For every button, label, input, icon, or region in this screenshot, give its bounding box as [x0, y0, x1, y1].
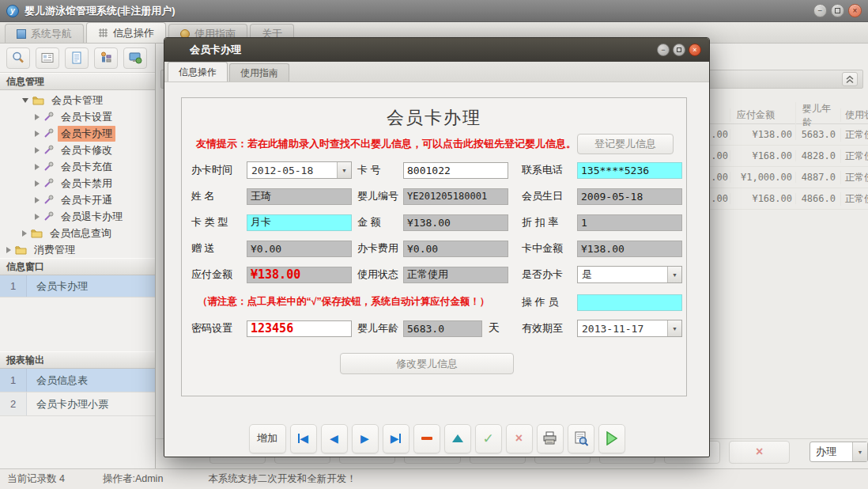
payable-field[interactable]: ¥138.00: [247, 267, 352, 283]
dropdown-button[interactable]: ▼: [667, 320, 681, 336]
baby-age-field[interactable]: 5683.0: [403, 320, 482, 337]
next-record-button[interactable]: ▶: [352, 424, 379, 453]
amount-field[interactable]: ¥138.00: [403, 214, 508, 231]
document-icon: [70, 51, 84, 65]
is-card-combo[interactable]: 是 ▼: [577, 266, 682, 283]
card-balance-field[interactable]: ¥138.00: [577, 241, 682, 257]
expand-right-icon: [22, 230, 27, 237]
is-card-value: 是: [578, 267, 667, 282]
report-row-card-receipt[interactable]: 2 会员卡办理小票: [0, 392, 155, 416]
birthday-field[interactable]: 2009-05-18: [577, 188, 682, 205]
dropdown-button[interactable]: ▼: [852, 442, 867, 461]
card-view-button[interactable]: [36, 47, 59, 69]
tree-folder-card-mgmt[interactable]: 会员卡管理: [0, 92, 155, 108]
table-row[interactable]: .00 ¥168.00 4828.0 正常使: [694, 146, 868, 167]
status-field[interactable]: 正常使用: [403, 267, 508, 283]
print-button[interactable]: [537, 424, 564, 453]
dialog-titlebar[interactable]: 会员卡办理 − ×: [164, 38, 709, 62]
card-time-value: 2012-05-18: [247, 165, 337, 176]
tree-item-card-refund[interactable]: 会员退卡办理: [0, 208, 155, 225]
section-header-info-mgmt: 信息管理: [0, 73, 155, 90]
tree-item-card-process[interactable]: 会员卡办理: [0, 125, 155, 142]
name-label: 姓 名: [191, 189, 247, 203]
tree-item-card-recharge[interactable]: 会员卡充值: [0, 158, 155, 175]
dialog-tab-info-operation[interactable]: 信息操作: [168, 62, 228, 82]
wand-icon: [43, 161, 54, 172]
dropdown-button[interactable]: ▼: [337, 162, 351, 178]
name-field[interactable]: 王琦: [247, 188, 352, 205]
maximize-button[interactable]: [831, 4, 844, 17]
search-button[interactable]: [6, 47, 30, 69]
tab-info-operation[interactable]: 信息操作: [86, 22, 166, 43]
wand-icon: [43, 112, 54, 122]
collapse-panel-button[interactable]: [842, 72, 858, 86]
add-button[interactable]: 增加: [249, 424, 286, 453]
prev-record-button[interactable]: ◀: [321, 424, 348, 453]
tree-item-card-setup[interactable]: 会员卡设置: [0, 108, 155, 125]
minimize-icon: −: [818, 7, 823, 15]
printer-icon: [542, 431, 558, 445]
status-message: 本系统支持二次开发和全新开发！: [208, 472, 357, 486]
nav-tree: 会员卡管理 会员卡设置 会员卡办理 会员卡修改 会员卡充值: [0, 90, 155, 258]
tab-system-nav[interactable]: 系统导航: [5, 24, 84, 43]
info-window-row[interactable]: 1 会员卡办理: [0, 275, 155, 298]
table-row[interactable]: .00 ¥168.00 4866.0 正常使: [694, 188, 868, 210]
dialog-record-toolbar: 增加 ◀ ◀ ▶ ▶ ✓ ×: [164, 419, 709, 458]
tree-folder-member-query[interactable]: 会员信息查询: [0, 225, 155, 241]
expand-down-icon: [22, 98, 28, 103]
window-title: 婴儿游泳馆管理系统(非注册用户): [25, 4, 175, 18]
register-baby-button[interactable]: 登记婴儿信息: [577, 134, 674, 154]
wand-icon: [43, 211, 54, 222]
table-row[interactable]: .00 ¥1,000.00 4887.0 正常使: [694, 167, 868, 188]
card-time-label: 办卡时间: [191, 163, 247, 177]
minus-icon: [421, 437, 432, 440]
card-time-combo[interactable]: 2012-05-18 ▼: [247, 161, 352, 179]
valid-until-label: 有效期至: [522, 321, 577, 335]
dialog-close-button[interactable]: ×: [689, 44, 701, 56]
operator-button[interactable]: [94, 47, 118, 69]
tree-folder-consume-mgmt[interactable]: 消费管理: [0, 241, 155, 258]
modify-baby-button[interactable]: 修改婴儿信息: [340, 353, 514, 374]
print-preview-button[interactable]: [568, 424, 594, 453]
card-type-field[interactable]: 月卡: [247, 214, 352, 231]
save-record-button[interactable]: ✓: [475, 424, 502, 453]
operator-field[interactable]: [577, 294, 682, 311]
expand-right-icon: [35, 147, 40, 154]
dialog-tab-user-guide[interactable]: 使用指南: [229, 63, 289, 82]
gift-field[interactable]: ¥0.00: [247, 241, 352, 257]
monitor-button[interactable]: [123, 47, 147, 69]
close-icon: ×: [853, 7, 858, 15]
execute-button[interactable]: [598, 424, 625, 453]
dialog-minimize-button[interactable]: −: [657, 44, 670, 56]
phone-field[interactable]: 135****5236: [577, 162, 682, 179]
section-header-report-output: 报表输出: [0, 351, 155, 369]
edit-record-button[interactable]: [444, 424, 471, 453]
baby-no-field[interactable]: YE201205180001: [403, 188, 508, 205]
report-row-member-table[interactable]: 1 会员信息表: [0, 369, 155, 392]
minimize-button[interactable]: −: [813, 4, 827, 17]
card-no-input[interactable]: 8001022: [403, 162, 508, 179]
dialog-body: 会员卡办理 友情提示：若在此辅助录入时查找不出婴儿信息，可以点击此按钮先登记婴儿…: [164, 82, 709, 458]
dropdown-button[interactable]: ▼: [667, 267, 681, 282]
last-record-button[interactable]: ▶: [383, 424, 409, 453]
tree-item-card-enable[interactable]: 会员卡开通: [0, 191, 155, 208]
tree-item-card-disable[interactable]: 会员卡禁用: [0, 175, 155, 191]
discount-field[interactable]: 1: [577, 214, 682, 231]
cancel-record-button[interactable]: ×: [729, 441, 790, 464]
delete-record-button[interactable]: [413, 424, 440, 453]
table-row[interactable]: .00 ¥138.00 5683.0 正常使: [694, 124, 868, 146]
first-record-button[interactable]: ◀: [290, 424, 317, 453]
action-dropdown[interactable]: 办理 ▼: [810, 442, 868, 462]
card-fee-field[interactable]: ¥0.00: [403, 241, 508, 257]
row-label: 会员卡办理: [27, 279, 88, 294]
password-input[interactable]: 123456: [247, 320, 352, 337]
dialog-maximize-button[interactable]: [673, 44, 685, 56]
close-button[interactable]: ×: [848, 4, 862, 17]
valid-until-combo[interactable]: 2013-11-17 ▼: [577, 320, 682, 337]
tree-item-card-modify[interactable]: 会员卡修改: [0, 142, 155, 158]
cancel-record-button[interactable]: ×: [506, 424, 533, 453]
folder-icon: [15, 244, 27, 255]
amount-label: 金 额: [357, 215, 403, 229]
document-button[interactable]: [65, 47, 89, 69]
main-titlebar: y 婴儿游泳馆管理系统(非注册用户) − ×: [0, 0, 868, 22]
